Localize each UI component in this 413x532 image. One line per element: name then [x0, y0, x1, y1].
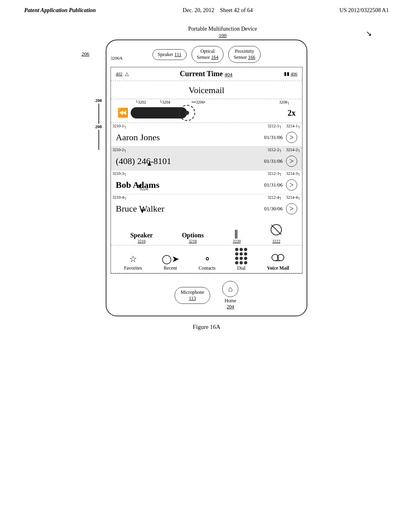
vm-chevron-4[interactable]: >: [286, 203, 297, 214]
delete-control[interactable]: 3222: [270, 223, 283, 243]
vm-row-1: 3210-1┐ 3212-1┐ 3214-1┐ Aaron Jones 01/3…: [111, 123, 302, 147]
home-button[interactable]: ⌂: [222, 281, 238, 297]
label-206: 206: [81, 51, 90, 57]
microphone-ref: 113: [189, 295, 196, 301]
vm-name-1: Aaron Jones: [116, 132, 160, 143]
optical-ref: 164: [211, 54, 218, 60]
vm-date-4: 01/30/06: [264, 206, 283, 212]
top-hardware: 3200A Speaker 111 OpticalSensor 164 Prox…: [106, 40, 307, 67]
vm-name-2-wrapper: (408) 246-8101 ▲: [116, 156, 171, 166]
speaker-control-ref: 3216: [138, 239, 146, 243]
options-control[interactable]: Options 3218: [182, 232, 204, 243]
tab-voicemail-label: Voice Mail: [267, 265, 289, 271]
current-time-ref: 404: [225, 71, 233, 77]
ref-3202: └3202: [135, 100, 146, 104]
proximity-sensor-button[interactable]: ProximitySensor 166: [228, 46, 261, 63]
page-wrapper: Patent Application Publication Dec. 20, …: [0, 0, 413, 339]
vm-date-ref-3212-4: 3212-4┐: [268, 195, 282, 200]
vm-ref-3210-2: 3210-2┐: [113, 148, 127, 152]
vm-date-ref-3212-3: 3212-3┐: [268, 171, 282, 176]
title-arrow: ↘: [366, 29, 372, 38]
current-time-label: Current Time 404: [180, 70, 233, 78]
side-label-208-top: 208: [95, 98, 102, 103]
ref-3208: 3208┐: [279, 100, 290, 104]
speaker-label: Speaker: [158, 52, 173, 57]
playback-controls-left: ⏪: [117, 103, 187, 118]
tab-bar: ☆ Favorites ◯➤ Recent ⚬ Contacts: [111, 245, 302, 273]
vm-ref-3210-3: 3210-3┐: [113, 171, 127, 176]
home-button-wrapper: ⌂ Home 204: [222, 281, 238, 310]
ref-3206: •••3206•: [192, 100, 205, 104]
voicemail-text: Voicemail: [189, 85, 225, 95]
vm-right-4: 01/30/06 >: [264, 203, 297, 214]
speaker-control[interactable]: Speaker 3216: [130, 232, 153, 243]
speaker-wave-icon: ▼: [137, 183, 143, 190]
speaker-button[interactable]: Speaker 111: [152, 49, 187, 60]
vm-name-3-wrapper: Bob Adams 3224 ▼: [116, 180, 159, 190]
diagram-area: Portable Multifunction Device 100 ↘ 206 …: [0, 18, 413, 339]
figure-caption: Figure 16A: [193, 324, 221, 330]
vm-name-2: (408) 246-8101: [116, 156, 171, 166]
ref-3204: └3204: [159, 100, 170, 104]
rewind-button[interactable]: ⏪: [117, 108, 128, 118]
sheet-text: Sheet 42 of 64: [220, 7, 252, 13]
tab-favorites-label: Favorites: [124, 265, 142, 271]
vm-row-4: 3210-4┐ 3212-4┐ 3214-4┐ Bruce Walker ▼ 0…: [111, 194, 302, 218]
tab-recent[interactable]: ◯➤ Recent: [162, 254, 179, 271]
vm-date-ref-3212-2: 3212-2┐: [268, 148, 282, 152]
pause-control[interactable]: ‖ 3220: [233, 229, 241, 243]
tab-contacts[interactable]: ⚬ Contacts: [199, 254, 216, 271]
vm-chevron-ref-3214-3: 3214-3┐: [286, 171, 300, 176]
tab-dial[interactable]: Dial: [235, 248, 247, 271]
options-control-label: Options: [182, 232, 204, 239]
pause-icon: ‖: [234, 229, 240, 239]
vm-chevron-2[interactable]: >: [286, 156, 297, 167]
battery-icon: ▮▮ 406: [284, 71, 298, 77]
delete-control-ref: 3222: [272, 239, 280, 243]
outer-wrapper: Portable Multifunction Device 100 ↘ 206 …: [69, 26, 344, 316]
page-header: Patent Application Publication Dec. 20, …: [0, 0, 413, 18]
vm-ref-3210-4: 3210-4┐: [113, 195, 127, 200]
vm-right-2: 01/31/06 >: [264, 156, 297, 167]
vm-chevron-ref-3214-1: 3214-1┐: [286, 124, 300, 128]
home-ref: 204: [227, 304, 234, 310]
playback-track[interactable]: [131, 107, 187, 118]
date-text: Dec. 20, 2012: [183, 7, 215, 13]
playback-row: └3202 └3204 •••3206• 3208┐: [111, 99, 302, 123]
bruce-arrow-down: ▼: [139, 208, 146, 215]
speaker-control-label: Speaker: [130, 232, 153, 239]
delete-icon: [270, 223, 283, 239]
microphone-label: Microphone: [181, 289, 204, 295]
voicemail-controls: Speaker 3216 Options 3218 ‖ 3220: [111, 218, 302, 245]
side-label-208-bottom: 208: [95, 124, 102, 129]
tab-voicemail[interactable]: Voice Mail: [267, 251, 289, 271]
microphone-button[interactable]: Microphone 113: [175, 287, 211, 304]
device-screen: 402 △ Current Time 404 ▮▮ 406: [111, 67, 302, 274]
playback-bar: [131, 107, 187, 118]
scrubber-dot: [185, 111, 189, 115]
vm-date-1: 01/31/06: [264, 134, 283, 141]
vm-row-3: 3210-3┐ 3212-3┐ 3214-3┐ Bob Adams 3224 ▼…: [111, 170, 302, 194]
optical-sensor-button[interactable]: OpticalSensor 164: [192, 46, 224, 63]
vm-chevron-3[interactable]: >: [286, 179, 297, 191]
bottom-hardware: Microphone 113 ⌂ Home 204: [106, 278, 307, 316]
signal-icon: 402 △: [116, 71, 129, 77]
battery-ref: 406: [291, 71, 298, 76]
vm-name-4-wrapper: Bruce Walker ▼: [116, 204, 165, 214]
publication-label: Patent Application Publication: [24, 7, 96, 14]
device-title-row: Portable Multifunction Device 100 ↘: [86, 26, 360, 39]
vm-date-3: 01/31/06: [264, 182, 283, 188]
patent-number: US 2012/0322508 A1: [340, 7, 389, 14]
tab-recent-label: Recent: [164, 265, 177, 271]
vm-chevron-ref-3214-2: 3214-2┐: [286, 148, 300, 152]
vm-chevron-1[interactable]: >: [286, 132, 297, 143]
recent-icon: ◯➤: [162, 254, 179, 264]
options-control-ref: 3218: [189, 239, 197, 243]
vm-date-ref-3212-1: 3212-1┐: [268, 124, 282, 128]
phone-arrow-up: ▲: [146, 160, 153, 167]
home-label: Home: [225, 298, 236, 303]
speed-button[interactable]: 2x: [288, 104, 296, 118]
svg-line-1: [271, 225, 281, 235]
vm-right-3: 01/31/06 >: [264, 179, 297, 191]
tab-favorites[interactable]: ☆ Favorites: [124, 254, 142, 271]
